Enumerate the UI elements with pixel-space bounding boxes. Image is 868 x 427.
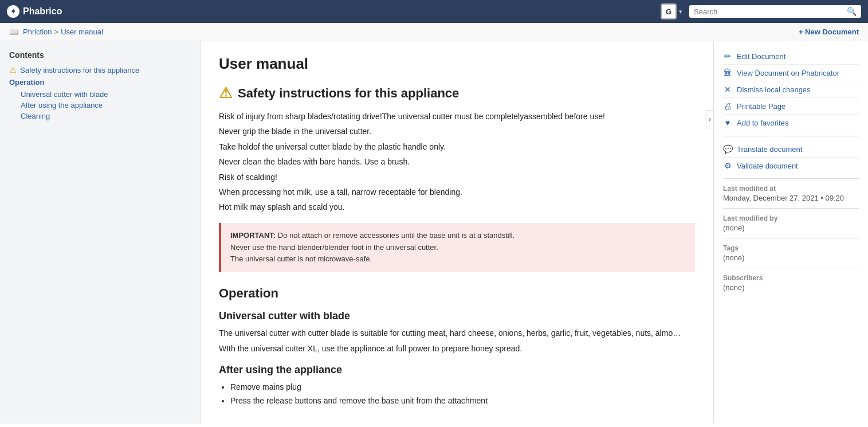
panel-divider-1 [723, 136, 859, 136]
last-modified-by-label: Last modified by [723, 214, 859, 222]
safety-para-1: Risk of injury from sharp blades/rotatin… [219, 110, 695, 123]
book-icon: 📖 [9, 28, 18, 36]
breadcrumb: 📖 Phriction > User manual [9, 28, 103, 36]
safety-para-3: Take holdof the universal cutter blade b… [219, 140, 695, 153]
right-panel-wrapper: › ✏ Edit Document 🏛 View Document on Pha… [713, 41, 868, 424]
dismiss-icon: ✕ [723, 85, 732, 94]
translate-icon: 💬 [723, 144, 732, 154]
safety-heading: ⚠ Safety instructions for this appliance [219, 84, 695, 102]
right-panel-inner: ✏ Edit Document 🏛 View Document on Phabr… [714, 41, 868, 304]
search-input[interactable] [694, 7, 843, 16]
view-phabricator-icon: 🏛 [723, 68, 732, 77]
app-logo[interactable]: ✦ Phabrico [7, 5, 62, 18]
safety-para-5: Risk of scalding! [219, 171, 695, 183]
action-print-label: Printable Page [737, 102, 785, 111]
content-area: User manual ⚠ Safety instructions for th… [201, 41, 713, 424]
last-modified-value: Monday, December 27, 2021 • 09:20 [723, 194, 859, 202]
safety-heading-text: Safety instructions for this appliance [238, 86, 459, 101]
panel-divider-4 [723, 238, 859, 238]
search-bar[interactable]: 🔍 [689, 5, 861, 18]
action-validate-label: Validate document [737, 162, 798, 170]
action-translate[interactable]: 💬 Translate document [723, 141, 859, 158]
breadcrumb-bar: 📖 Phriction > User manual + New Document [0, 23, 868, 41]
cutter-text-2: WIth the universal cutter XL, use the ap… [219, 342, 695, 355]
action-favorites-label: Add to favorites [737, 119, 788, 127]
print-icon: 🖨 [723, 101, 732, 111]
breadcrumb-current[interactable]: User manual [61, 28, 103, 36]
breadcrumb-separator: > [54, 28, 59, 36]
after-bullet-list: Remove mains plug Press the release butt… [230, 381, 695, 408]
search-button[interactable]: 🔍 [847, 7, 857, 16]
operation-heading: Operation [219, 286, 695, 301]
panel-collapse-button[interactable]: › [706, 110, 713, 128]
action-edit-label: Edit Document [737, 52, 785, 61]
panel-divider-2 [723, 178, 859, 179]
important-box: IMPORTANT: Do not attach or remove acces… [219, 223, 695, 272]
warning-large-icon: ⚠ [219, 84, 232, 102]
action-dismiss-label: Dismiss local changes [737, 85, 811, 94]
right-panel: ✏ Edit Document 🏛 View Document on Phabr… [713, 41, 868, 424]
last-modified-label: Last modified at [723, 185, 859, 193]
after-heading: After using the appliance [219, 364, 695, 376]
sidebar-item-safety[interactable]: ⚠ Safety instructions for this appliance [9, 65, 191, 75]
important-line-1: IMPORTANT: Do not attach or remove acces… [230, 230, 686, 242]
safety-para-2: Never grip the blade in the universal cu… [219, 125, 695, 138]
important-line-3: The universal cutter is not microwave-sa… [230, 253, 686, 265]
safety-para-4: Never clean the blades with bare hands. … [219, 155, 695, 168]
app-name: Phabrico [23, 6, 62, 17]
last-modified-by-value: (none) [723, 224, 859, 232]
important-line-2: Never use the hand blender/blender foot … [230, 242, 686, 254]
sidebar-item-after[interactable]: After using the appliance [9, 100, 191, 111]
user-menu[interactable]: G ▾ [661, 3, 682, 19]
user-avatar: G [661, 3, 677, 19]
sidebar-safety-label: Safety instructions for this appliance [20, 66, 139, 75]
cutter-heading: Universal cutter with blade [219, 310, 695, 322]
action-view-phabricator[interactable]: 🏛 View Document on Phabricator [723, 65, 859, 81]
action-dismiss[interactable]: ✕ Dismiss local changes [723, 81, 859, 98]
safety-para-7: Hot milk may splash and scald you. [219, 201, 695, 213]
warning-triangle-icon: ⚠ [9, 65, 17, 75]
panel-divider-5 [723, 268, 859, 268]
after-bullet-1: Remove mains plug [230, 381, 695, 394]
app-header: ✦ Phabrico G ▾ 🔍 [0, 0, 868, 23]
panel-divider-3 [723, 208, 859, 209]
sidebar-contents-title: Contents [9, 50, 191, 60]
action-edit[interactable]: ✏ Edit Document [723, 48, 859, 65]
sidebar-item-cutter[interactable]: Universal cutter with blade [9, 89, 191, 100]
action-print[interactable]: 🖨 Printable Page [723, 98, 859, 115]
logo-icon: ✦ [7, 5, 19, 18]
subscribers-value: (none) [723, 283, 859, 292]
sidebar-section-operation: Operation Universal cutter with blade Af… [9, 78, 191, 122]
action-view-phabricator-label: View Document on Phabricator [737, 69, 839, 77]
favorites-icon: ♥ [723, 118, 732, 127]
cutter-text-1: The universal cutter with cutter blade i… [219, 327, 695, 339]
edit-icon: ✏ [723, 52, 732, 61]
action-favorites[interactable]: ♥ Add to favorites [723, 115, 859, 131]
sidebar-operation-title[interactable]: Operation [9, 78, 191, 87]
subscribers-label: Subscribers [723, 274, 859, 282]
main-layout: Contents ⚠ Safety instructions for this … [0, 41, 868, 424]
action-validate[interactable]: ⚙ Validate document [723, 158, 859, 174]
action-translate-label: Translate document [737, 145, 802, 154]
new-document-button[interactable]: + New Document [799, 28, 859, 36]
tags-label: Tags [723, 244, 859, 252]
breadcrumb-parent[interactable]: Phriction [23, 28, 52, 36]
chevron-down-icon: ▾ [679, 8, 682, 15]
tags-value: (none) [723, 253, 859, 262]
page-title: User manual [219, 55, 695, 73]
after-bullet-2: Press the release buttons and remove the… [230, 394, 695, 408]
sidebar: Contents ⚠ Safety instructions for this … [0, 41, 201, 424]
sidebar-item-cleaning[interactable]: Cleaning [9, 111, 191, 122]
validate-icon: ⚙ [723, 161, 732, 170]
safety-para-6: When processing hot milk, use a tall, na… [219, 186, 695, 198]
